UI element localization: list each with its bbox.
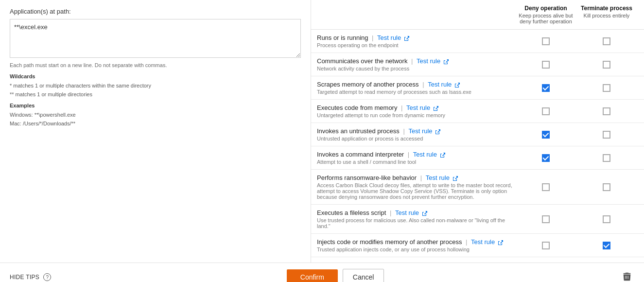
deny-checkbox-cell [517, 215, 575, 223]
external-icon [422, 211, 428, 216]
terminate-checkbox[interactable] [603, 215, 610, 223]
terminate-checkbox-cell [575, 215, 638, 223]
terminate-checkbox[interactable] [603, 183, 610, 191]
deny-checkbox[interactable] [542, 84, 550, 92]
rule-row: Invokes an untrusted process | Test rule… [311, 123, 644, 146]
test-rule-link[interactable]: Test rule [408, 127, 432, 135]
rule-name-cell: Injects code or modifies memory of anoth… [317, 238, 517, 252]
rule-separator: | [418, 174, 424, 181]
rules-container: Runs or is running | Test rule Process o… [311, 30, 644, 257]
deny-checkbox-cell [517, 242, 575, 249]
rule-name-cell: Invokes an untrusted process | Test rule… [317, 127, 517, 141]
rule-desc: Network activity caused by the process [317, 66, 517, 71]
rule-name-cell: Invokes a command interpreter | Test rul… [317, 151, 517, 165]
deny-checkbox[interactable] [542, 215, 550, 223]
example1: Windows: **\powershell.exe [10, 110, 301, 120]
test-rule-link[interactable]: Test rule [406, 104, 430, 111]
test-rule-link[interactable]: Test rule [413, 151, 437, 158]
deny-checkbox[interactable] [542, 131, 550, 139]
terminate-checkbox[interactable] [603, 154, 610, 162]
rule-separator: | [401, 127, 407, 135]
deny-checkbox[interactable] [542, 107, 550, 115]
rule-separator: | [406, 151, 411, 158]
rule-name: Invokes a command interpreter [317, 151, 404, 158]
external-icon [443, 59, 449, 65]
terminate-checkbox[interactable] [603, 242, 610, 249]
test-rule-link[interactable]: Test rule [395, 209, 419, 216]
external-icon [454, 82, 460, 88]
terminate-checkbox[interactable] [603, 131, 610, 139]
external-icon [435, 129, 441, 135]
help-icon[interactable]: ? [43, 273, 51, 281]
confirm-button[interactable]: Confirm [287, 269, 338, 282]
test-rule-link[interactable]: Test rule [471, 238, 495, 246]
trash-icon [622, 271, 632, 282]
col-terminate-sub: Kill process entirely [575, 13, 638, 18]
rule-name-cell: Performs ransomware-like behavior | Test… [317, 174, 517, 200]
external-icon [453, 176, 458, 181]
col-deny-header: Deny operation Keep process alive but de… [517, 5, 575, 24]
deny-checkbox[interactable] [542, 61, 550, 69]
left-panel: Application(s) at path: **\excel.exe Eac… [0, 0, 311, 263]
rule-row: Performs ransomware-like behavior | Test… [311, 170, 644, 205]
rule-name: Executes a fileless script [317, 209, 386, 216]
footer: HIDE TIPS ? Confirm Cancel [0, 263, 644, 282]
rule-desc: Untrusted application or process is acce… [317, 136, 517, 141]
rule-name-cell: Executes code from memory | Test rule Un… [317, 104, 517, 118]
rule-name: Runs or is running [317, 34, 368, 41]
rule-desc: Access Carbon Black Cloud decoy files, a… [317, 182, 517, 200]
test-rule-link[interactable]: Test rule [428, 81, 452, 88]
rule-desc: Attempt to use a shell / command line to… [317, 159, 517, 165]
deny-checkbox[interactable] [542, 183, 550, 191]
external-icon [440, 152, 446, 158]
footer-right [620, 269, 634, 282]
wildcards-label: Wildcards [10, 72, 301, 81]
hint-text: Each path must start on a new line. Do n… [10, 62, 301, 68]
deny-checkbox-cell [517, 37, 575, 45]
rule-desc: Trusted application injects code, or any… [317, 247, 517, 252]
rule-desc: Use trusted process for malicious use. A… [317, 217, 517, 229]
deny-checkbox[interactable] [542, 242, 550, 249]
rule-separator: | [409, 57, 415, 65]
rule-name: Injects code or modifies memory of anoth… [317, 238, 462, 246]
rule-separator: | [421, 81, 426, 88]
terminate-checkbox[interactable] [603, 37, 610, 45]
rule-row: Communicates over the network | Test rul… [311, 53, 644, 76]
section-title: Application(s) at path: [10, 8, 301, 15]
rule-name: Executes code from memory [317, 104, 397, 111]
rule-name: Invokes an untrusted process [317, 127, 400, 135]
rule-desc: Process operating on the endpoint [317, 42, 517, 48]
right-panel: Deny operation Keep process alive but de… [311, 0, 644, 263]
examples-label: Examples [10, 101, 301, 110]
wildcard2: ** matches 1 or multiple directories [10, 90, 301, 99]
deny-checkbox-cell [517, 154, 575, 162]
test-rule-link[interactable]: Test rule [377, 34, 401, 41]
deny-checkbox-cell [517, 131, 575, 139]
hide-tips-button[interactable]: HIDE TIPS [10, 274, 39, 281]
rule-name: Communicates over the network [317, 57, 407, 65]
rule-separator: | [464, 238, 469, 246]
deny-checkbox-cell [517, 107, 575, 115]
deny-checkbox[interactable] [542, 37, 550, 45]
rule-desc: Targeted attempt to read memory of proce… [317, 89, 517, 95]
rule-name: Scrapes memory of another process [317, 81, 419, 88]
rule-separator: | [399, 104, 404, 111]
terminate-checkbox-cell [575, 154, 638, 162]
rule-separator: | [388, 209, 393, 216]
footer-left: HIDE TIPS ? [10, 273, 51, 281]
test-rule-link[interactable]: Test rule [426, 174, 450, 181]
terminate-checkbox[interactable] [603, 84, 610, 92]
cancel-button[interactable]: Cancel [343, 269, 384, 282]
terminate-checkbox[interactable] [603, 107, 610, 115]
example2: Mac: /Users/*/Downloads/** [10, 119, 301, 128]
test-rule-link[interactable]: Test rule [417, 57, 440, 65]
path-textarea[interactable]: **\excel.exe [10, 19, 301, 58]
terminate-checkbox[interactable] [603, 61, 610, 69]
rule-row: Scrapes memory of another process | Test… [311, 76, 644, 100]
rule-name-cell: Runs or is running | Test rule Process o… [317, 34, 517, 48]
terminate-checkbox-cell [575, 183, 638, 191]
terminate-checkbox-cell [575, 242, 638, 249]
terminate-checkbox-cell [575, 131, 638, 139]
deny-checkbox[interactable] [542, 154, 550, 162]
delete-button[interactable] [620, 269, 634, 282]
